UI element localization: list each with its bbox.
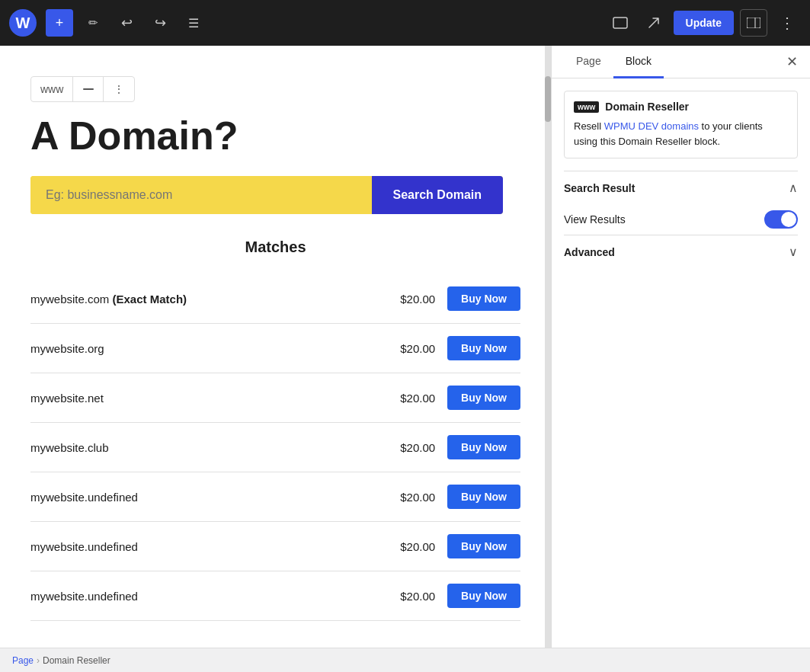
advanced-section-header[interactable]: Advanced ∨ (564, 235, 798, 268)
domain-row: mywebsite.net$20.00Buy Now (30, 373, 520, 423)
block-info-card: www Domain Reseller Resell WPMU DEV doma… (564, 91, 798, 158)
domain-row: mywebsite.club$20.00Buy Now (30, 423, 520, 472)
add-block-button[interactable]: + (46, 9, 73, 37)
main-layout: www ⋮ A Domain? Search Domain Matches my… (0, 46, 810, 648)
sidebar-tabs: Page Block ✕ (552, 46, 810, 78)
domain-name: mywebsite.org (30, 342, 389, 355)
domain-price: $20.00 (389, 441, 435, 454)
breadcrumb-current: Domain Reseller (43, 655, 110, 666)
tab-block[interactable]: Block (613, 46, 664, 78)
svg-rect-1 (747, 18, 760, 28)
domain-name: mywebsite.club (30, 441, 389, 454)
domain-name: mywebsite.undefined (30, 491, 389, 504)
exact-match-label: (Exact Match) (113, 293, 187, 306)
update-button[interactable]: Update (674, 11, 734, 35)
buy-now-button[interactable]: Buy Now (447, 534, 520, 558)
view-icon-button[interactable] (607, 9, 634, 37)
advanced-chevron-down-icon: ∨ (789, 245, 798, 259)
right-sidebar: Page Block ✕ www Domain Reseller Resell … (551, 46, 810, 648)
sidebar-content: www Domain Reseller Resell WPMU DEV doma… (552, 78, 810, 280)
domain-price: $20.00 (389, 392, 435, 405)
block-www-item[interactable]: www (31, 77, 73, 101)
block-card-title: Domain Reseller (605, 101, 689, 113)
wpmu-dev-link[interactable]: WPMU DEV domains (604, 120, 699, 132)
buy-now-button[interactable]: Buy Now (447, 386, 520, 410)
domain-name: mywebsite.com (Exact Match) (30, 293, 389, 306)
edit-button[interactable]: ✏ (79, 9, 107, 37)
search-result-title: Search Result (564, 182, 635, 194)
toolbar: W + ✏ ↩ ↪ ☰ Update ⋮ (0, 0, 810, 46)
buy-now-button[interactable]: Buy Now (447, 286, 520, 311)
domain-list: mywebsite.com (Exact Match)$20.00Buy Now… (30, 274, 520, 621)
domain-name: mywebsite.undefined (30, 590, 389, 603)
toolbar-right: Update ⋮ (607, 9, 801, 37)
toggle-knob (781, 212, 796, 227)
domain-search-input[interactable] (30, 176, 372, 214)
editor-canvas: www ⋮ A Domain? Search Domain Matches my… (0, 46, 551, 648)
block-toolbar: www ⋮ (30, 76, 135, 102)
domain-price: $20.00 (389, 491, 435, 504)
domain-row: mywebsite.undefined$20.00Buy Now (30, 571, 520, 621)
domain-row: mywebsite.com (Exact Match)$20.00Buy Now (30, 274, 520, 324)
view-results-toggle[interactable] (764, 210, 798, 229)
view-results-label: View Results (564, 213, 626, 226)
www-badge: www (574, 101, 599, 113)
domain-name: mywebsite.undefined (30, 540, 389, 553)
domain-price: $20.00 (389, 342, 435, 355)
external-icon-button[interactable] (640, 9, 668, 37)
domain-price: $20.00 (389, 293, 435, 306)
domain-price: $20.00 (389, 540, 435, 553)
svg-rect-3 (83, 88, 94, 90)
scrollbar-track[interactable] (545, 46, 551, 648)
scrollbar-thumb[interactable] (545, 76, 551, 122)
undo-button[interactable]: ↩ (113, 9, 140, 37)
advanced-title: Advanced (564, 246, 615, 258)
buy-now-button[interactable]: Buy Now (447, 336, 520, 360)
buy-now-button[interactable]: Buy Now (447, 485, 520, 509)
block-card-header: www Domain Reseller (574, 101, 788, 113)
search-domain-button[interactable]: Search Domain (372, 176, 503, 214)
domain-row: mywebsite.undefined$20.00Buy Now (30, 472, 520, 522)
block-more-item[interactable]: ⋮ (104, 77, 134, 101)
breadcrumb-separator: › (37, 655, 40, 666)
svg-rect-0 (613, 18, 627, 28)
buy-now-button[interactable]: Buy Now (447, 435, 520, 459)
matches-title: Matches (30, 238, 520, 256)
breadcrumb-page-link[interactable]: Page (12, 655, 34, 666)
search-result-section-header[interactable]: Search Result ∧ (564, 171, 798, 204)
tab-page[interactable]: Page (564, 46, 613, 78)
domain-price: $20.00 (389, 590, 435, 603)
search-bar: Search Domain (30, 176, 503, 214)
sidebar-toggle-button[interactable] (740, 9, 767, 37)
wp-logo-icon[interactable]: W (9, 9, 37, 37)
redo-button[interactable]: ↪ (146, 9, 174, 37)
domain-heading: A Domain? (30, 114, 520, 158)
block-card-description: Resell WPMU DEV domains to your clients … (574, 119, 788, 149)
domain-name: mywebsite.net (30, 392, 389, 405)
block-dash-item[interactable] (73, 77, 104, 101)
domain-row: mywebsite.undefined$20.00Buy Now (30, 522, 520, 571)
breadcrumb: Page › Domain Reseller (0, 648, 810, 672)
buy-now-button[interactable]: Buy Now (447, 584, 520, 608)
more-options-button[interactable]: ⋮ (773, 9, 801, 37)
search-result-chevron-up-icon: ∧ (789, 181, 798, 195)
editor-area: www ⋮ A Domain? Search Domain Matches my… (0, 46, 551, 648)
domain-row: mywebsite.org$20.00Buy Now (30, 324, 520, 373)
view-results-toggle-row: View Results (564, 204, 798, 235)
list-view-button[interactable]: ☰ (180, 9, 207, 37)
sidebar-close-button[interactable]: ✕ (786, 46, 798, 78)
